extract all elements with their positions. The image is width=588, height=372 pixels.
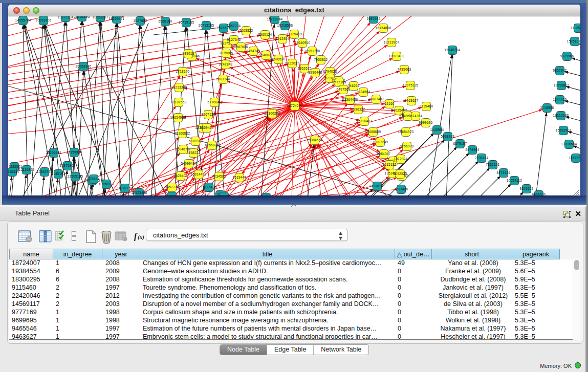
svg-text:8471626: 8471626: [497, 171, 511, 174]
svg-text:17016504: 17016504: [561, 142, 577, 146]
svg-text:15716485: 15716485: [201, 185, 217, 189]
svg-text:18807249: 18807249: [373, 140, 388, 144]
svg-text:7625402: 7625402: [174, 174, 188, 178]
svg-text:12975115: 12975115: [403, 83, 419, 87]
svg-text:f: f: [134, 232, 138, 241]
svg-text:1440954: 1440954: [430, 128, 444, 132]
svg-text:2803144: 2803144: [216, 77, 230, 81]
svg-text:9245652: 9245652: [520, 187, 534, 190]
svg-text:9127546: 9127546: [227, 38, 241, 41]
svg-text:32975867: 32975867: [60, 164, 76, 167]
svg-text:15723944: 15723944: [267, 17, 283, 21]
svg-text:6497568: 6497568: [337, 87, 351, 91]
svg-text:8322037: 8322037: [286, 61, 299, 65]
svg-text:1588520: 1588520: [272, 57, 286, 61]
svg-text:9514364: 9514364: [409, 114, 423, 118]
svg-text:8471929: 8471929: [217, 194, 231, 195]
svg-text:14055724: 14055724: [15, 18, 31, 22]
svg-text:18107553: 18107553: [171, 100, 187, 104]
svg-text:10688609: 10688609: [365, 130, 381, 134]
svg-text:3624554: 3624554: [357, 90, 371, 94]
svg-text:16914479: 16914479: [191, 172, 207, 176]
svg-text:1812374: 1812374: [394, 157, 408, 161]
svg-text:8454749: 8454749: [247, 49, 260, 53]
svg-text:9777169: 9777169: [333, 80, 346, 84]
svg-text:12156829: 12156829: [19, 168, 35, 171]
svg-text:16154808: 16154808: [376, 26, 391, 30]
svg-text:11325419: 11325419: [287, 32, 302, 36]
svg-text:16713155: 16713155: [199, 24, 214, 27]
svg-text:16782759: 16782759: [117, 186, 133, 190]
svg-text:10807487: 10807487: [368, 97, 384, 101]
svg-text:7955812: 7955812: [314, 58, 328, 61]
svg-text:(x): (x): [138, 234, 144, 240]
svg-text:12923446: 12923446: [132, 191, 147, 194]
svg-text:7234502: 7234502: [212, 174, 226, 178]
svg-text:19654983: 19654983: [170, 116, 186, 119]
svg-text:3875685: 3875685: [220, 51, 233, 55]
svg-text:21364436: 21364436: [342, 98, 358, 101]
svg-text:9457774: 9457774: [165, 185, 179, 189]
svg-text:5938923: 5938923: [441, 135, 455, 138]
svg-text:9227342: 9227342: [553, 69, 567, 72]
svg-text:9699695: 9699695: [419, 121, 433, 124]
svg-text:12213967: 12213967: [384, 40, 400, 44]
svg-text:18329471: 18329471: [109, 17, 125, 20]
svg-text:5878312: 5878312: [189, 139, 203, 143]
svg-text:3267130: 3267130: [202, 113, 215, 116]
svg-text:9182736: 9182736: [165, 194, 179, 195]
svg-text:20091406: 20091406: [36, 18, 52, 22]
svg-text:15720407: 15720407: [357, 119, 373, 123]
svg-text:6794028: 6794028: [323, 70, 337, 73]
svg-text:1733426: 1733426: [395, 187, 408, 191]
svg-text:10973493: 10973493: [389, 54, 405, 58]
svg-text:18724007: 18724007: [287, 104, 303, 107]
svg-text:6879197: 6879197: [453, 142, 467, 145]
svg-text:3215958: 3215958: [540, 106, 554, 110]
svg-text:3915414: 3915414: [8, 170, 19, 173]
svg-text:7986322: 7986322: [352, 107, 365, 111]
svg-text:20053346: 20053346: [76, 64, 92, 68]
svg-text:6966100: 6966100: [159, 19, 172, 23]
svg-text:12093822: 12093822: [554, 83, 570, 87]
svg-text:19384554: 19384554: [307, 138, 323, 142]
svg-text:62160: 62160: [384, 102, 394, 105]
svg-text:1527602: 1527602: [134, 19, 147, 23]
svg-text:9606323: 9606323: [532, 193, 546, 195]
svg-text:18640910: 18640910: [295, 41, 311, 45]
svg-text:1615132: 1615132: [383, 163, 397, 166]
svg-text:25300203: 25300203: [265, 112, 280, 115]
svg-text:19377134: 19377134: [58, 16, 74, 19]
svg-text:10654112: 10654112: [507, 179, 522, 182]
svg-text:9756928: 9756928: [400, 144, 414, 148]
svg-text:17359934: 17359934: [67, 150, 82, 154]
svg-text:12213349: 12213349: [171, 85, 187, 89]
svg-text:1619445: 1619445: [233, 176, 247, 179]
svg-text:7663822: 7663822: [239, 29, 253, 32]
svg-text:19218506: 19218506: [277, 24, 293, 27]
svg-text:2718170: 2718170: [176, 70, 190, 73]
svg-text:7357224: 7357224: [227, 24, 241, 28]
svg-text:12942737: 12942737: [37, 170, 53, 173]
svg-text:2687682: 2687682: [367, 17, 381, 20]
svg-text:2967608: 2967608: [234, 45, 248, 49]
svg-text:746266: 746266: [347, 84, 359, 87]
svg-text:9463627: 9463627: [405, 99, 419, 102]
svg-text:1167533: 1167533: [569, 156, 580, 160]
svg-text:9474444: 9474444: [466, 148, 480, 151]
svg-text:9084067: 9084067: [377, 152, 391, 156]
svg-text:1362615: 1362615: [298, 67, 312, 70]
svg-text:6755024: 6755024: [205, 143, 219, 147]
svg-text:8990448: 8990448: [309, 71, 322, 74]
svg-text:10958127: 10958127: [99, 182, 115, 186]
svg-text:14136141: 14136141: [369, 184, 385, 188]
svg-text:1145193: 1145193: [52, 172, 66, 176]
svg-text:5359414: 5359414: [200, 126, 214, 129]
svg-text:5498222: 5498222: [187, 151, 201, 155]
svg-text:9242848: 9242848: [219, 62, 233, 66]
svg-text:16648764: 16648764: [445, 48, 461, 52]
svg-text:15751074: 15751074: [567, 39, 580, 43]
svg-text:7632621: 7632621: [486, 163, 500, 166]
svg-text:16961758: 16961758: [304, 49, 320, 53]
svg-text:8960124: 8960124: [258, 33, 272, 36]
